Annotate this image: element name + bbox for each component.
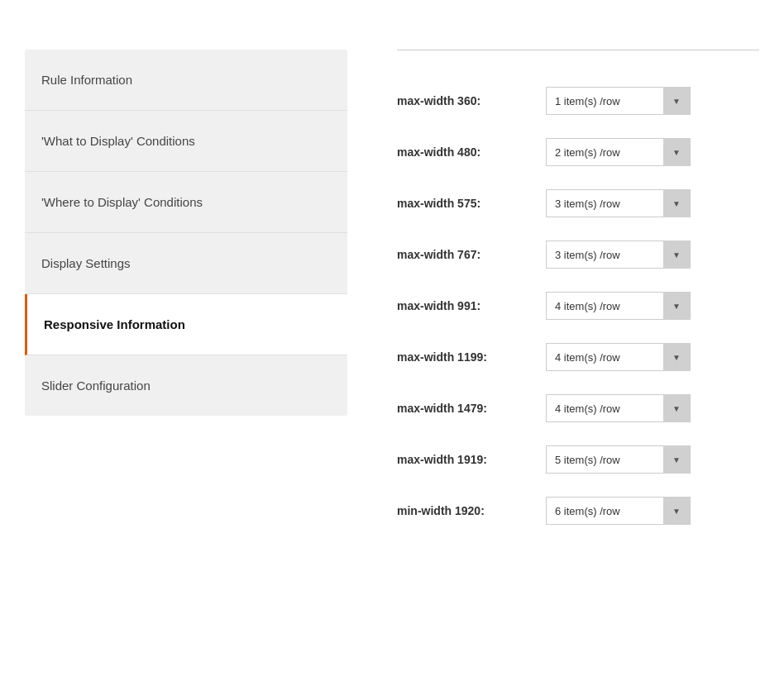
responsive-row: min-width 1920:6 item(s) /row: [397, 485, 759, 536]
responsive-select-value: 2 item(s) /row: [547, 146, 663, 159]
responsive-select-wrapper[interactable]: 1 item(s) /row: [546, 87, 691, 115]
sidebar-item-label: Display Settings: [41, 256, 131, 270]
responsive-rows: max-width 360:1 item(s) /rowmax-width 48…: [397, 75, 759, 536]
sidebar-item-label: 'Where to Display' Conditions: [41, 195, 203, 209]
sidebar-item-rule-information[interactable]: Rule Information: [25, 50, 347, 111]
chevron-down-icon[interactable]: [663, 292, 690, 320]
responsive-breakpoint-label: max-width 1919:: [397, 453, 546, 466]
chevron-down-icon[interactable]: [663, 394, 690, 422]
responsive-breakpoint-label: max-width 767:: [397, 248, 546, 261]
chevron-down-icon[interactable]: [663, 240, 690, 269]
responsive-row: max-width 360:1 item(s) /row: [397, 75, 759, 126]
responsive-select-wrapper[interactable]: 4 item(s) /row: [546, 292, 691, 320]
sidebar-item-responsive-information[interactable]: Responsive Information: [25, 294, 347, 355]
responsive-row: max-width 767:3 item(s) /row: [397, 229, 759, 280]
sidebar: Rule Information'What to Display' Condit…: [25, 50, 347, 416]
responsive-row: max-width 1199:4 item(s) /row: [397, 331, 759, 383]
chevron-down-icon[interactable]: [663, 497, 690, 525]
responsive-row: max-width 1479:4 item(s) /row: [397, 383, 759, 434]
chevron-down-icon[interactable]: [663, 445, 690, 474]
responsive-breakpoint-label: max-width 480:: [397, 145, 546, 159]
sidebar-item-display-settings[interactable]: Display Settings: [25, 233, 347, 294]
responsive-select-wrapper[interactable]: 3 item(s) /row: [546, 240, 691, 269]
responsive-select-value: 6 item(s) /row: [547, 505, 663, 517]
chevron-down-icon[interactable]: [663, 87, 690, 115]
sidebar-item-label: Slider Configuration: [41, 379, 151, 393]
sidebar-item-label: Responsive Information: [44, 317, 185, 331]
sidebar-item-what-to-display[interactable]: 'What to Display' Conditions: [25, 111, 347, 172]
main-content: max-width 360:1 item(s) /rowmax-width 48…: [397, 50, 759, 656]
chevron-down-icon[interactable]: [663, 189, 690, 217]
chevron-down-icon[interactable]: [663, 343, 690, 371]
responsive-select-value: 1 item(s) /row: [547, 95, 663, 107]
responsive-select-value: 4 item(s) /row: [547, 300, 663, 312]
sidebar-item-label: 'What to Display' Conditions: [41, 134, 195, 148]
responsive-row: max-width 1919:5 item(s) /row: [397, 434, 759, 485]
responsive-select-wrapper[interactable]: 4 item(s) /row: [546, 343, 691, 371]
responsive-select-value: 4 item(s) /row: [547, 351, 663, 364]
page-container: Rule Information'What to Display' Condit…: [0, 0, 784, 681]
responsive-select-wrapper[interactable]: 2 item(s) /row: [546, 138, 691, 166]
responsive-breakpoint-label: max-width 991:: [397, 299, 546, 312]
responsive-select-wrapper[interactable]: 3 item(s) /row: [546, 189, 691, 217]
responsive-breakpoint-label: max-width 575:: [397, 197, 546, 210]
responsive-breakpoint-label: min-width 1920:: [397, 504, 546, 517]
sidebar-item-label: Rule Information: [41, 73, 132, 87]
responsive-row: max-width 480:2 item(s) /row: [397, 126, 759, 178]
responsive-breakpoint-label: max-width 1199:: [397, 350, 546, 364]
responsive-select-wrapper[interactable]: 4 item(s) /row: [546, 394, 691, 422]
responsive-select-wrapper[interactable]: 5 item(s) /row: [546, 445, 691, 474]
responsive-breakpoint-label: max-width 1479:: [397, 402, 546, 415]
chevron-down-icon[interactable]: [663, 138, 690, 166]
sidebar-item-slider-configuration[interactable]: Slider Configuration: [25, 355, 347, 416]
responsive-select-wrapper[interactable]: 6 item(s) /row: [546, 497, 691, 525]
responsive-select-value: 4 item(s) /row: [547, 402, 663, 415]
sidebar-item-where-to-display[interactable]: 'Where to Display' Conditions: [25, 172, 347, 233]
responsive-select-value: 5 item(s) /row: [547, 454, 663, 466]
divider: [397, 50, 759, 50]
responsive-select-value: 3 item(s) /row: [547, 249, 663, 261]
responsive-row: max-width 575:3 item(s) /row: [397, 178, 759, 229]
responsive-select-value: 3 item(s) /row: [547, 198, 663, 210]
responsive-row: max-width 991:4 item(s) /row: [397, 280, 759, 331]
responsive-breakpoint-label: max-width 360:: [397, 94, 546, 107]
